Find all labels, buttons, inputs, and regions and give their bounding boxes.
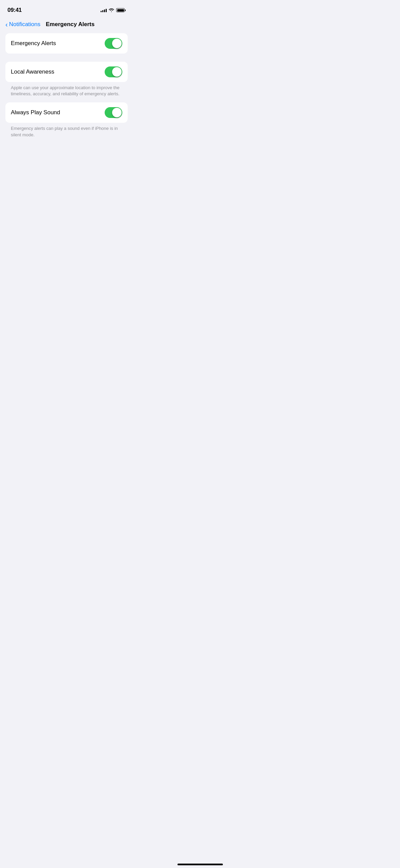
always-play-sound-footnote: Emergency alerts can play a sound even i…: [5, 123, 128, 143]
toggle-knob-3: [112, 108, 122, 117]
status-icons: [101, 8, 126, 12]
always-play-sound-toggle[interactable]: [105, 107, 122, 118]
back-chevron-icon: ‹: [5, 21, 8, 28]
emergency-alerts-toggle[interactable]: [105, 38, 122, 49]
emergency-alerts-label: Emergency Alerts: [11, 40, 56, 47]
page-title: Emergency Alerts: [46, 21, 94, 28]
local-awareness-row: Local Awareness: [5, 62, 128, 82]
always-play-sound-card: Always Play Sound: [5, 102, 128, 123]
status-bar: 09:41: [0, 0, 133, 18]
spacer: [5, 54, 128, 62]
emergency-alerts-card: Emergency Alerts: [5, 33, 128, 54]
toggle-knob: [112, 39, 122, 48]
nav-bar: ‹ Notifications Emergency Alerts: [0, 18, 133, 33]
local-awareness-footnote: Apple can use your approximate location …: [5, 82, 128, 102]
local-awareness-card: Local Awareness: [5, 62, 128, 82]
battery-icon: [116, 8, 126, 12]
status-time: 09:41: [7, 7, 22, 14]
signal-strength-icon: [101, 8, 107, 12]
always-play-sound-row: Always Play Sound: [5, 102, 128, 123]
emergency-alerts-row: Emergency Alerts: [5, 33, 128, 54]
toggle-knob-2: [112, 67, 122, 77]
wifi-icon: [109, 8, 114, 12]
back-button[interactable]: ‹ Notifications: [5, 21, 40, 28]
local-awareness-label: Local Awareness: [11, 68, 54, 75]
back-label: Notifications: [9, 21, 41, 28]
local-awareness-toggle[interactable]: [105, 66, 122, 77]
emergency-alerts-section: Emergency Alerts: [5, 33, 128, 54]
local-awareness-section: Local Awareness Apple can use your appro…: [5, 62, 128, 143]
always-play-sound-label: Always Play Sound: [11, 109, 60, 116]
settings-content: Emergency Alerts Local Awareness Apple c…: [0, 33, 133, 143]
